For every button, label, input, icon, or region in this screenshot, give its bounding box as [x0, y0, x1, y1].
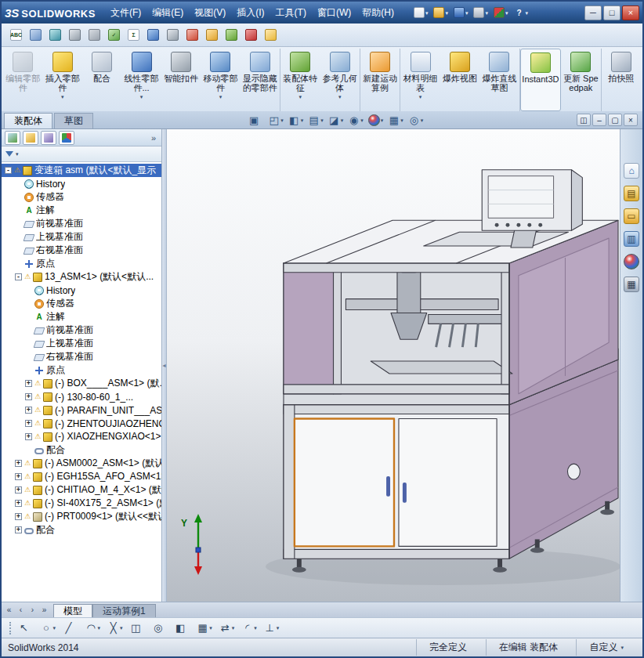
menu-item[interactable]: 编辑(E): [147, 3, 189, 23]
tree-row[interactable]: + (-) CHITIAO_M_4_X<1> (默认: [2, 483, 161, 497]
insert-components-button[interactable]: 插入零部件: [42, 49, 81, 111]
dropdown-arrow-icon[interactable]: [320, 118, 324, 123]
graphics-area[interactable]: Y: [167, 129, 620, 602]
tree-expander[interactable]: +: [25, 420, 32, 427]
tree-expander[interactable]: +: [25, 393, 32, 400]
zoom-fit-button[interactable]: ▣: [248, 114, 264, 126]
dropdown-arrow-icon[interactable]: [421, 118, 424, 123]
close-button[interactable]: ×: [622, 5, 639, 20]
dropdown-arrow-icon[interactable]: [301, 118, 304, 123]
explode-line-sketch-button[interactable]: 爆炸直线草图: [479, 49, 519, 111]
tree-row[interactable]: + (-) EGH15SA_AFO_ASM<1> (默认: [2, 470, 161, 483]
convert-entities-tool[interactable]: ◫: [130, 622, 146, 634]
new-motion-study-button[interactable]: 新建运动算例: [360, 49, 400, 111]
tree-expander[interactable]: [25, 353, 32, 360]
tree-row[interactable]: 原点: [2, 257, 161, 270]
custom-properties-icon[interactable]: ▦: [623, 276, 640, 293]
dropdown-arrow-icon[interactable]: [254, 625, 257, 631]
apply-scene-button[interactable]: ▦: [388, 114, 403, 126]
dropdown-arrow-icon[interactable]: [16, 151, 19, 157]
update-speedpak-button[interactable]: 更新 Speedpak: [561, 49, 601, 111]
view-palette-icon[interactable]: ▥: [623, 230, 640, 248]
tree-expander[interactable]: [25, 327, 32, 334]
dropdown-arrow-icon[interactable]: [61, 94, 64, 99]
linear-component-pattern-button[interactable]: 线性零部件...: [121, 49, 161, 111]
tab-assembly[interactable]: 装配体: [4, 113, 52, 128]
reference-geometry-button[interactable]: 参考几何体: [320, 49, 360, 111]
bill-of-materials-button[interactable]: 材料明细表: [400, 49, 440, 111]
dropdown-arrow-icon[interactable]: [53, 625, 56, 631]
assembly-features-button[interactable]: 装配体特征: [280, 49, 320, 111]
dropdown-arrow-icon[interactable]: [485, 10, 488, 16]
tree-root-assembly[interactable]: - 变速箱 asm (默认<默认_显示: [2, 164, 161, 177]
tree-expander[interactable]: +: [25, 380, 32, 387]
tree-expander[interactable]: +: [15, 486, 22, 494]
trim-entities-tool[interactable]: ╳: [107, 622, 123, 634]
menu-item[interactable]: 帮助(H): [356, 3, 400, 23]
dropdown-arrow-icon[interactable]: [341, 118, 344, 123]
solidworks-resources-icon[interactable]: ⌂: [623, 162, 640, 179]
dropdown-arrow-icon[interactable]: [505, 10, 508, 16]
displaymanager-tab[interactable]: [59, 131, 74, 145]
linear-sketch-pattern-tool[interactable]: ▦: [197, 622, 212, 634]
maximize-button[interactable]: □: [603, 5, 620, 20]
tree-expander[interactable]: +: [15, 526, 22, 533]
tree-row[interactable]: 配合: [2, 443, 161, 457]
menu-item[interactable]: 窗口(W): [312, 3, 356, 23]
dropdown-arrow-icon[interactable]: [620, 645, 624, 650]
tab-scroll-button[interactable]: »: [38, 604, 50, 616]
minimize-button[interactable]: ─: [584, 5, 602, 20]
appearances-scenes-icon[interactable]: ●: [623, 253, 640, 270]
mirror-entities-tool[interactable]: ◧: [175, 622, 190, 634]
zoom-area-button[interactable]: ◰: [268, 114, 284, 126]
tree-row[interactable]: 上视基准面: [2, 337, 161, 350]
tree-expander[interactable]: [25, 446, 32, 454]
sketch-line-tool[interactable]: ╱: [63, 622, 78, 634]
floxpress-icon[interactable]: [204, 27, 220, 43]
help-button[interactable]: ?: [512, 5, 530, 20]
tree-expander[interactable]: +: [15, 473, 22, 480]
sketch-arc-tool[interactable]: ◠: [85, 622, 101, 634]
measure-icon[interactable]: [47, 27, 63, 43]
dropdown-arrow-icon[interactable]: [419, 94, 422, 99]
dropdown-arrow-icon[interactable]: [280, 118, 284, 123]
tree-row[interactable]: 右视基准面: [2, 244, 161, 257]
deviation-analysis-icon[interactable]: [145, 27, 161, 43]
tree-expander[interactable]: +: [15, 500, 22, 507]
tree-expander[interactable]: [25, 300, 32, 307]
menu-item[interactable]: 工具(T): [270, 3, 312, 23]
tree-row[interactable]: + (-) 130-80-60_1_...: [2, 390, 161, 403]
save-button[interactable]: [452, 5, 470, 20]
smart-fasteners-button[interactable]: 智能扣件: [161, 49, 201, 111]
spell-check-icon[interactable]: ABC: [8, 27, 24, 43]
tree-expander[interactable]: [15, 233, 22, 240]
tree-row[interactable]: 前视基准面: [2, 324, 161, 337]
design-library-icon[interactable]: ▤: [623, 185, 640, 202]
edit-component-button[interactable]: 编辑零部件: [3, 49, 42, 111]
driveworksxpress-icon[interactable]: [262, 27, 279, 43]
open-document-button[interactable]: [432, 5, 450, 20]
tree-expander[interactable]: [15, 260, 22, 267]
section-view-button[interactable]: ◧: [288, 114, 304, 126]
tree-expander[interactable]: [15, 193, 22, 201]
dropdown-arrow-icon[interactable]: [360, 118, 364, 123]
status-editing[interactable]: 在编辑 装配体: [486, 639, 577, 656]
tab-scroll-button[interactable]: «: [3, 604, 15, 616]
sketch-circle-tool[interactable]: ○: [41, 622, 56, 634]
take-snapshot-button[interactable]: 拍快照: [602, 49, 641, 111]
menu-item[interactable]: 文件(F): [105, 3, 147, 23]
file-explorer-icon[interactable]: ▭: [623, 208, 640, 225]
view-orientation-button[interactable]: ▤: [308, 114, 324, 126]
tab-scroll-button[interactable]: ›: [27, 604, 38, 616]
section-properties-icon[interactable]: [86, 27, 103, 43]
tree-row[interactable]: + 配合: [2, 523, 161, 537]
show-hidden-components-button[interactable]: 显示隐藏的零部件: [241, 49, 280, 111]
equations-icon[interactable]: Σ: [125, 27, 142, 43]
tree-row[interactable]: + (-) SI-40X175_2_ASM<1> (默...: [2, 497, 161, 510]
status-definition[interactable]: 完全定义: [416, 639, 486, 656]
tree-row[interactable]: + (-) BOX____ASM<1> (默...: [2, 377, 161, 390]
dropdown-arrow-icon[interactable]: [232, 625, 235, 631]
print-button[interactable]: [472, 5, 490, 20]
tree-expander[interactable]: [15, 247, 22, 254]
edit-appearance-button[interactable]: ●: [368, 114, 384, 126]
